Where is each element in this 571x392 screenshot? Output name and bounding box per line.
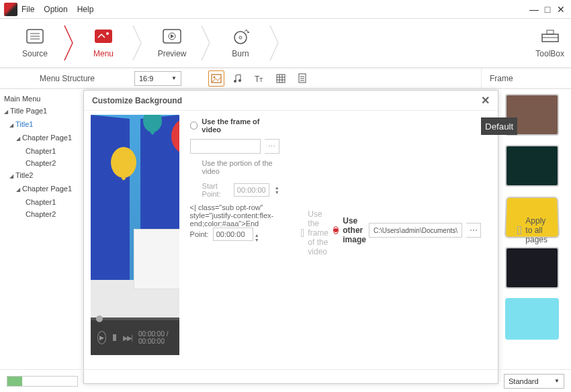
tab-burn[interactable]: Burn (212, 28, 269, 58)
tab-menu[interactable]: Menu (75, 28, 132, 58)
svg-point-24 (234, 80, 236, 83)
preview-image (91, 115, 179, 320)
tab-source-label: Source (7, 49, 63, 58)
svg-line-5 (64, 43, 73, 60)
tree-chapter1b[interactable]: Chapter1 (26, 196, 78, 208)
image-tool-icon[interactable] (208, 70, 224, 87)
tree-chapter1a[interactable]: Chapter1 (26, 145, 78, 157)
use-other-radio[interactable] (333, 226, 339, 234)
end-point-field[interactable]: 00:00:00 (213, 228, 253, 241)
frame-of-video-check[interactable] (301, 229, 304, 237)
svg-point-23 (214, 76, 216, 78)
browse-image-button[interactable]: ⋯ (466, 223, 481, 238)
tab-preview[interactable]: Preview (144, 28, 200, 58)
frame-heading: Frame (481, 68, 564, 89)
grid-tool-icon[interactable] (273, 70, 289, 87)
svg-text:T: T (259, 77, 263, 83)
svg-rect-20 (547, 30, 554, 34)
image-path-field[interactable]: C:\Users\admin\Documents\ (369, 223, 462, 238)
close-button[interactable]: ✕ (556, 4, 566, 15)
tree-title2[interactable]: Title2 (9, 169, 78, 183)
tree-chapter2b[interactable]: Chapter2 (26, 208, 78, 220)
tree-main-menu[interactable]: Main Menu (4, 93, 78, 105)
svg-point-7 (106, 32, 109, 35)
time-display: 00:00:00 / 00:00:00 (138, 330, 173, 345)
browse-video-button[interactable]: ⋯ (265, 139, 279, 154)
svg-line-18 (270, 43, 278, 60)
next-button[interactable]: ▶▶| (123, 334, 132, 342)
svg-line-8 (133, 26, 141, 43)
svg-line-17 (270, 26, 278, 43)
svg-point-15 (234, 32, 247, 44)
tree-title1[interactable]: Title1 (9, 118, 78, 132)
capacity-meter (7, 376, 78, 387)
tab-toolbox[interactable]: ToolBox (535, 28, 564, 58)
page-tool-icon[interactable] (294, 70, 310, 87)
use-portion-label: Use the portion of the video (202, 159, 279, 175)
music-tool-icon[interactable] (230, 70, 246, 87)
video-path-field[interactable] (190, 139, 261, 154)
svg-line-14 (202, 43, 210, 60)
customize-background-dialog: Customize Background ✕ ▶ (83, 90, 498, 384)
frame-of-video-label: Use the frame of the video (308, 209, 333, 256)
app-icon (4, 3, 17, 16)
default-button[interactable]: Default (481, 117, 517, 135)
menu-tree[interactable]: Main Menu Title Page1 Title1 Chapter Pag… (4, 93, 78, 220)
svg-marker-12 (171, 34, 174, 38)
menu-file[interactable]: File (21, 5, 34, 14)
start-point-field[interactable]: 00:00:00 (234, 183, 269, 197)
tab-burn-label: Burn (212, 49, 269, 58)
tree-title-page1[interactable]: Title Page1 (4, 105, 78, 118)
apply-all-check[interactable] (517, 226, 521, 234)
svg-line-13 (202, 26, 210, 43)
tab-toolbox-label: ToolBox (535, 49, 564, 58)
tab-source[interactable]: Source (7, 28, 63, 58)
dialog-close-icon[interactable]: ✕ (481, 94, 490, 107)
dialog-title: Customize Background (92, 96, 182, 105)
tree-chapter2a[interactable]: Chapter2 (26, 157, 78, 169)
tab-preview-label: Preview (144, 49, 200, 58)
use-other-label: Use other image (343, 216, 369, 244)
tab-menu-label: Menu (75, 49, 132, 58)
use-frame-radio[interactable] (190, 121, 198, 130)
menu-help[interactable]: Help (77, 5, 94, 14)
standard-select[interactable]: Standard▼ (504, 374, 564, 389)
maximize-button[interactable]: □ (543, 4, 552, 15)
menu-option[interactable]: Option (44, 5, 67, 14)
apply-all-label: Apply to all pages (525, 216, 552, 244)
menu-structure-label: Menu Structure (7, 74, 128, 83)
svg-point-25 (238, 79, 241, 82)
aspect-ratio-select[interactable]: 16:9▼ (134, 71, 181, 86)
tree-chapter-page1a[interactable]: Chapter Page1 (16, 132, 78, 145)
svg-point-16 (239, 36, 242, 39)
play-button[interactable]: ▶ (97, 331, 106, 344)
minimize-button[interactable]: — (529, 4, 539, 15)
text-tool-icon[interactable]: TT (251, 70, 267, 87)
svg-rect-28 (277, 75, 285, 83)
stop-button[interactable] (113, 334, 117, 341)
use-frame-label: Use the frame of video (202, 117, 279, 134)
svg-line-9 (133, 43, 141, 60)
svg-line-4 (64, 26, 73, 43)
start-point-label: Start Point: (202, 182, 226, 198)
tree-chapter-page1b[interactable]: Chapter Page1 (16, 183, 78, 196)
progress-bar[interactable] (91, 317, 179, 320)
